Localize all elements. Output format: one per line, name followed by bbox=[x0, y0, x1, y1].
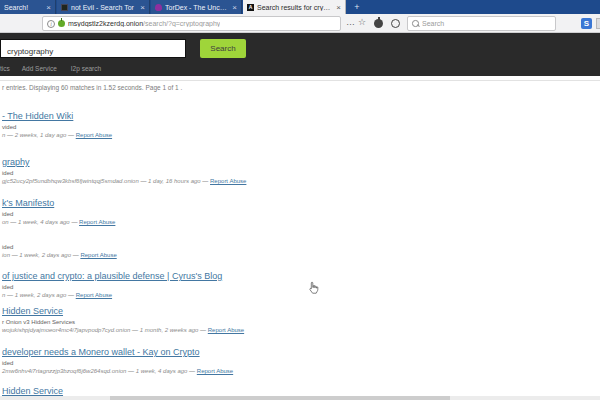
search-icon bbox=[412, 20, 419, 27]
menu-icon[interactable] bbox=[596, 18, 600, 29]
result-description: vided bbox=[2, 124, 112, 131]
tordex-favicon bbox=[155, 4, 162, 11]
tab-ahmia-active[interactable]: A Search results for cryptography × bbox=[243, 0, 346, 14]
nav-i2p-search-link[interactable]: I2p search bbox=[71, 65, 101, 72]
report-abuse-link[interactable]: Report Abuse bbox=[80, 252, 116, 258]
https-everywhere-icon[interactable] bbox=[391, 19, 400, 28]
result-url: wojukishpjdyajmoeor4mc4i7japvpodp7cyd.on… bbox=[2, 327, 208, 333]
ahmia-favicon: A bbox=[247, 4, 254, 11]
nav-statistics-link[interactable]: tics bbox=[0, 65, 10, 72]
mouse-cursor bbox=[308, 281, 320, 295]
search-result: graphy ided gjc52ucy2pf5undbhqw3kbsf6fjw… bbox=[2, 157, 246, 185]
tab-search[interactable]: Search! × bbox=[0, 0, 56, 14]
result-description: ided bbox=[2, 284, 222, 291]
result-title-link[interactable]: of justice and crypto: a plausible defen… bbox=[2, 271, 222, 281]
query-input[interactable] bbox=[1, 43, 185, 60]
navigation-toolbar: i msydqstlz2kzerdg.onion/search/?q=crypt… bbox=[0, 14, 600, 33]
report-abuse-link[interactable]: Report Abuse bbox=[79, 219, 115, 225]
search-result: developer needs a Monero wallet - Kay on… bbox=[2, 347, 233, 375]
page-actions-icon[interactable]: … bbox=[346, 17, 355, 27]
url-path: /search/?q=cryptography bbox=[143, 20, 220, 27]
result-title-link[interactable]: developer needs a Monero wallet - Kay on… bbox=[2, 347, 233, 357]
result-meta: wojukishpjdyajmoeor4mc4i7japvpodp7cyd.on… bbox=[2, 327, 244, 334]
result-title-link[interactable]: Hidden Service bbox=[2, 306, 244, 316]
search-result: Hidden Service r Onion v3 Hidden Service… bbox=[2, 306, 244, 334]
result-url: n — 1 week, 2 days ago — bbox=[2, 292, 76, 298]
search-result: - The Hidden Wiki vided n — 2 weeks, 1 d… bbox=[2, 111, 112, 139]
noscript-icon[interactable]: S bbox=[581, 18, 592, 29]
report-abuse-link[interactable]: Report Abuse bbox=[76, 292, 112, 298]
tab-notevil[interactable]: not Evil - Search Tor × bbox=[57, 0, 150, 14]
report-abuse-link[interactable]: Report Abuse bbox=[208, 327, 244, 333]
result-meta: on — 1 week, 4 days ago — Report Abuse bbox=[2, 219, 115, 226]
tab-bar: Search! × not Evil - Search Tor × TorDex… bbox=[0, 0, 600, 14]
report-abuse-link[interactable]: Report Abuse bbox=[76, 132, 112, 138]
tab-tordex[interactable]: TorDex - The Uncensored Tor lin × bbox=[151, 0, 242, 14]
result-description: ided bbox=[2, 360, 233, 367]
nav-add-service-link[interactable]: Add Service bbox=[22, 65, 57, 72]
tab-title: not Evil - Search Tor bbox=[71, 4, 137, 11]
result-title-link[interactable]: k's Manifesto bbox=[2, 198, 115, 208]
tab-close-icon[interactable]: × bbox=[140, 3, 145, 12]
result-description: ided bbox=[2, 244, 117, 251]
horizontal-scrollbar[interactable] bbox=[0, 396, 600, 400]
result-meta: n — 2 weeks, 1 day ago — Report Abuse bbox=[2, 132, 112, 139]
browser-window: Search! × not Evil - Search Tor × TorDex… bbox=[0, 0, 600, 400]
report-abuse-link[interactable]: Report Abuse bbox=[210, 178, 246, 184]
tab-close-icon[interactable]: × bbox=[46, 3, 51, 12]
search-button[interactable]: Search bbox=[200, 39, 246, 58]
results-summary: r entries. Displaying 60 matches in 1.52… bbox=[2, 84, 182, 91]
result-title-link[interactable]: Hidden Service bbox=[2, 386, 63, 396]
tab-title: TorDex - The Uncensored Tor lin bbox=[165, 4, 229, 11]
bookmark-star-icon[interactable]: ☆ bbox=[358, 17, 366, 27]
torbutton-onion-icon[interactable] bbox=[374, 19, 383, 28]
tab-close-icon[interactable]: × bbox=[232, 3, 237, 12]
notevil-favicon bbox=[61, 4, 68, 11]
result-description: ided bbox=[2, 211, 115, 218]
result-meta: 2mw6nhv4i7rtagnzzjp3bzoqf6j6w264sqd.onio… bbox=[2, 368, 233, 375]
new-tab-button[interactable]: + bbox=[350, 1, 364, 14]
header-nav: tics Add Service I2p search bbox=[0, 65, 101, 72]
result-url: on — 1 week, 4 days ago — bbox=[2, 219, 79, 225]
url-bar[interactable]: i msydqstlz2kzerdg.onion/search/?q=crypt… bbox=[42, 16, 341, 31]
result-description: r Onion v3 Hidden Services bbox=[2, 319, 244, 326]
result-meta: ion — 1 week, 2 days ago — Report Abuse bbox=[2, 252, 117, 259]
search-result: k's Manifesto ided on — 1 week, 4 days a… bbox=[2, 198, 115, 226]
results-page: r entries. Displaying 60 matches in 1.52… bbox=[0, 76, 600, 400]
url-text: msydqstlz2kzerdg.onion/search/?q=cryptog… bbox=[68, 20, 220, 27]
query-input-wrap bbox=[0, 39, 186, 58]
onion-site-icon[interactable] bbox=[58, 20, 65, 27]
result-url: n — 2 weeks, 1 day ago — bbox=[2, 132, 76, 138]
search-result: Hidden Service bbox=[2, 386, 63, 396]
result-title-link[interactable]: - The Hidden Wiki bbox=[2, 111, 112, 121]
toolbar-search[interactable] bbox=[407, 16, 556, 31]
divider bbox=[0, 80, 600, 81]
tab-close-icon[interactable]: × bbox=[336, 3, 341, 12]
search-result: ided ion — 1 week, 2 days ago — Report A… bbox=[2, 241, 117, 259]
result-url: gjc52ucy2pf5undbhqw3kbsf6fjwintqqj5smdad… bbox=[2, 178, 210, 184]
result-url: ion — 1 week, 2 days ago — bbox=[2, 252, 80, 258]
report-abuse-link[interactable]: Report Abuse bbox=[197, 368, 233, 374]
result-description: ided bbox=[2, 170, 246, 177]
result-url: 2mw6nhv4i7rtagnzzjp3bzoqf6j6w264sqd.onio… bbox=[2, 368, 197, 374]
tab-title: Search results for cryptography bbox=[257, 4, 333, 11]
ahmia-header: Search tics Add Service I2p search bbox=[0, 33, 600, 76]
search-result: of justice and crypto: a plausible defen… bbox=[2, 271, 222, 299]
result-title-link[interactable]: graphy bbox=[2, 157, 246, 167]
tab-title: Search! bbox=[4, 4, 43, 11]
result-meta: gjc52ucy2pf5undbhqw3kbsf6fjwintqqj5smdad… bbox=[2, 178, 246, 185]
url-domain: msydqstlz2kzerdg.onion bbox=[68, 20, 143, 27]
result-meta: n — 1 week, 2 days ago — Report Abuse bbox=[2, 292, 222, 299]
site-info-icon[interactable]: i bbox=[47, 20, 55, 28]
scrollbar-thumb[interactable] bbox=[110, 396, 450, 400]
toolbar-search-input[interactable] bbox=[422, 20, 551, 27]
